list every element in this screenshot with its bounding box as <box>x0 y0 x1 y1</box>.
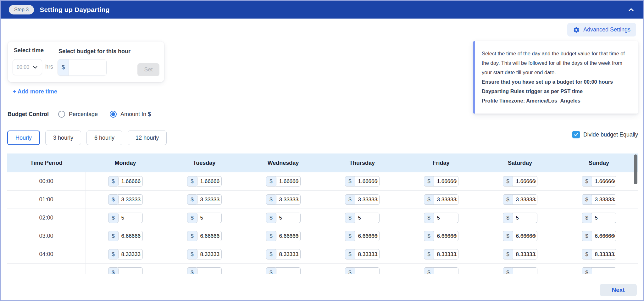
amount-input[interactable] <box>118 213 143 223</box>
dollar-prefix: $ <box>345 213 355 223</box>
amount-input[interactable] <box>512 213 537 223</box>
amount-input[interactable] <box>512 194 537 205</box>
info-bold-line: Ensure that you have set up a budget for… <box>482 77 629 86</box>
budget-control-label: Budget Control <box>8 111 49 118</box>
dollar-prefix: $ <box>345 194 355 205</box>
tab-6-hourly[interactable]: 6 hourly <box>86 131 122 145</box>
amount-input[interactable] <box>118 267 143 274</box>
budget-cell-sunday: $ <box>559 213 638 223</box>
table-row-01-00: 01:00$$$$$$$ <box>7 191 638 209</box>
dollar-prefix: $ <box>187 267 197 274</box>
amount-input[interactable] <box>118 176 143 187</box>
money-input-group: $ <box>582 267 616 274</box>
amount-input[interactable] <box>512 267 537 274</box>
amount-input[interactable] <box>197 194 222 205</box>
budget-cell-sunday: $ <box>559 231 638 241</box>
amount-input[interactable] <box>275 249 301 259</box>
time-select[interactable]: 00:00 <box>13 59 42 75</box>
amount-input[interactable] <box>118 194 143 205</box>
money-input-group: $ <box>424 176 458 187</box>
table-header-row: Time PeriodMondayTuesdayWednesdayThursda… <box>7 153 638 172</box>
amount-input[interactable] <box>512 231 537 241</box>
next-button[interactable]: Next <box>600 284 637 296</box>
radio-unselected-icon[interactable] <box>58 111 65 118</box>
divide-budget-equally[interactable]: Divide budget Equally <box>572 131 638 138</box>
tab-3-hourly[interactable]: 3 hourly <box>45 131 81 145</box>
amount-input[interactable] <box>591 249 616 259</box>
dollar-prefix: $ <box>503 213 513 223</box>
money-input-group: $ <box>187 267 222 274</box>
budget-cell-monday: $ <box>86 231 165 241</box>
amount-input[interactable] <box>354 249 380 259</box>
amount-input[interactable] <box>354 267 380 274</box>
budget-cell-monday: $ <box>86 213 165 223</box>
amount-input[interactable] <box>433 231 458 241</box>
amount-input[interactable] <box>354 176 380 187</box>
amount-input[interactable] <box>275 267 301 274</box>
amount-input[interactable] <box>433 176 458 187</box>
amount-input[interactable] <box>591 267 616 274</box>
table-header-cell-tuesday: Tuesday <box>165 160 244 166</box>
advanced-settings-label: Advanced Settings <box>583 26 630 33</box>
amount-input[interactable] <box>354 213 380 223</box>
collapse-button[interactable] <box>627 6 635 14</box>
budget-cell-thursday: $ <box>323 231 402 241</box>
amount-input[interactable] <box>512 249 537 259</box>
money-input-group: $ <box>345 249 380 259</box>
budget-cell-saturday: $ <box>480 249 559 259</box>
time-period-cell: 00:00 <box>7 172 86 190</box>
amount-input[interactable] <box>197 249 222 259</box>
amount-input[interactable] <box>433 267 458 274</box>
amount-input[interactable] <box>275 213 301 223</box>
table-scrollbar-thumb[interactable] <box>634 154 637 184</box>
amount-input[interactable] <box>197 231 222 241</box>
radio-option-percentage[interactable]: Percentage <box>58 111 98 118</box>
tab-12-hourly[interactable]: 12 hourly <box>128 131 167 145</box>
budget-cell-friday: $ <box>402 213 480 223</box>
budget-cell-tuesday: $ <box>165 267 244 274</box>
budget-cell-saturday: $ <box>480 267 559 274</box>
checkbox-checked-icon[interactable] <box>572 131 580 138</box>
set-button[interactable]: Set <box>137 63 159 76</box>
amount-input[interactable] <box>118 231 143 241</box>
dollar-prefix: $ <box>345 267 355 274</box>
table-body: 00:00$$$$$$$01:00$$$$$$$02:00$$$$$$$03:0… <box>7 172 638 274</box>
amount-input[interactable] <box>275 176 301 187</box>
panel-header: Step 3 Setting up Dayparting <box>1 1 643 19</box>
amount-input[interactable] <box>197 176 222 187</box>
amount-input[interactable] <box>591 213 616 223</box>
advanced-settings-button[interactable]: Advanced Settings <box>567 23 636 36</box>
budget-input[interactable] <box>69 59 106 75</box>
amount-input[interactable] <box>433 194 458 205</box>
amount-input[interactable] <box>591 231 616 241</box>
dollar-prefix: $ <box>503 231 513 241</box>
add-more-time-link[interactable]: + Add more time <box>13 88 57 95</box>
dollar-prefix: $ <box>187 176 197 187</box>
dollar-prefix: $ <box>187 231 197 241</box>
amount-input[interactable] <box>197 267 222 274</box>
money-input-group: $ <box>266 231 301 241</box>
budget-cell-thursday: $ <box>323 267 402 274</box>
dollar-prefix: $ <box>503 249 513 259</box>
budget-control-options: PercentageAmount In $ <box>58 111 163 118</box>
interval-tabs: Hourly3 hourly6 hourly12 hourly <box>7 131 167 145</box>
amount-input[interactable] <box>433 213 458 223</box>
budget-cell-wednesday: $ <box>244 267 323 274</box>
amount-input[interactable] <box>591 176 616 187</box>
amount-input[interactable] <box>354 194 380 205</box>
amount-input[interactable] <box>275 194 301 205</box>
radio-selected-icon[interactable] <box>110 111 117 118</box>
amount-input[interactable] <box>433 249 458 259</box>
time-period-cell: 04:00 <box>7 245 86 263</box>
table-row-04-00: 04:00$$$$$$$ <box>7 245 638 264</box>
amount-input[interactable] <box>512 176 537 187</box>
dollar-prefix: $ <box>266 213 276 223</box>
step-badge: Step 3 <box>9 5 34 14</box>
tab-hourly[interactable]: Hourly <box>7 131 40 145</box>
amount-input[interactable] <box>354 231 380 241</box>
amount-input[interactable] <box>197 213 222 223</box>
amount-input[interactable] <box>275 231 301 241</box>
amount-input[interactable] <box>591 194 616 205</box>
amount-input[interactable] <box>118 249 143 259</box>
radio-option-amount-in[interactable]: Amount In $ <box>110 111 151 118</box>
